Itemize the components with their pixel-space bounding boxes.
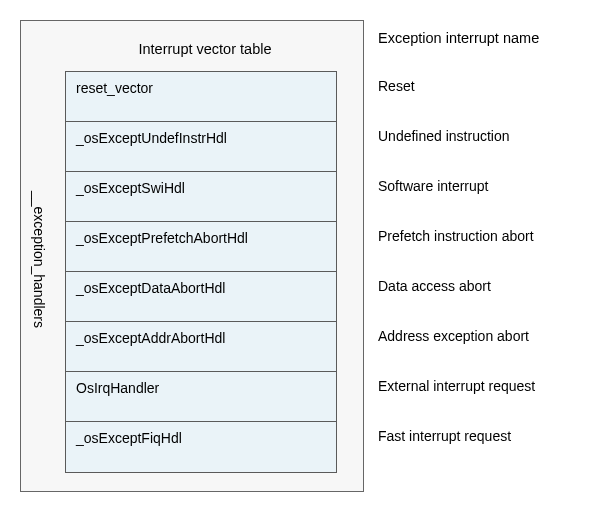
exception-name: Fast interrupt request xyxy=(378,416,539,466)
exception-name: Prefetch instruction abort xyxy=(378,216,539,266)
exception-names-column: Exception interrupt name Reset Undefined… xyxy=(378,20,539,466)
exception-handlers-label: __exception_handlers xyxy=(31,191,47,328)
table-row: _osExceptPrefetchAbortHdl xyxy=(66,222,336,272)
exception-name: Reset xyxy=(378,66,539,116)
table-row: _osExceptAddrAbortHdl xyxy=(66,322,336,372)
table-row: OsIrqHandler xyxy=(66,372,336,422)
exception-name: Software interrupt xyxy=(378,166,539,216)
interrupt-vector-diagram: __exception_handlers Interrupt vector ta… xyxy=(20,20,577,492)
table-row: reset_vector xyxy=(66,72,336,122)
exception-name: External interrupt request xyxy=(378,366,539,416)
vector-table-title: Interrupt vector table xyxy=(65,35,345,71)
vector-table: reset_vector _osExceptUndefInstrHdl _osE… xyxy=(65,71,337,473)
exception-name: Undefined instruction xyxy=(378,116,539,166)
table-row: _osExceptUndefInstrHdl xyxy=(66,122,336,172)
exception-name: Address exception abort xyxy=(378,316,539,366)
exception-name: Data access abort xyxy=(378,266,539,316)
table-row: _osExceptSwiHdl xyxy=(66,172,336,222)
column-header: Exception interrupt name xyxy=(378,30,539,66)
exception-handlers-box: __exception_handlers Interrupt vector ta… xyxy=(20,20,364,492)
table-row: _osExceptDataAbortHdl xyxy=(66,272,336,322)
table-row: _osExceptFiqHdl xyxy=(66,422,336,472)
